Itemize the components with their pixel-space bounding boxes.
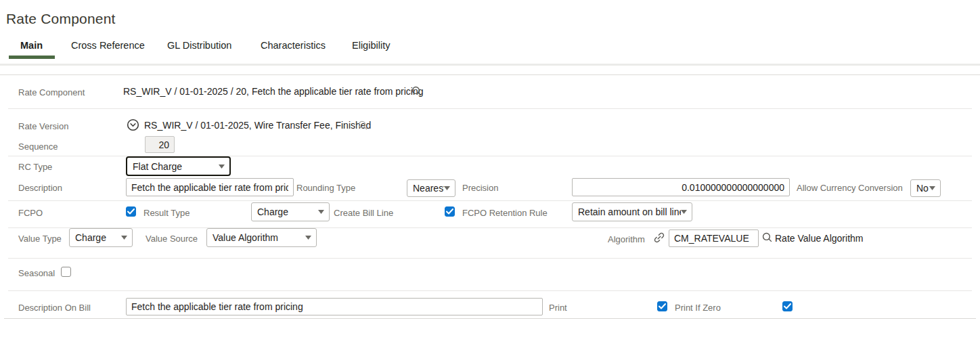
search-icon[interactable]: [357, 120, 368, 131]
description-input[interactable]: [126, 178, 294, 196]
value-source-label: Value Source: [146, 234, 198, 244]
link-icon[interactable]: [652, 231, 666, 244]
row-divider: [8, 200, 972, 201]
search-icon[interactable]: [411, 85, 422, 97]
page-title: Rate Component: [6, 11, 116, 27]
chevron-down-icon: [121, 236, 127, 240]
rc-type-label: RC Type: [18, 162, 52, 172]
result-type-select[interactable]: Charge: [251, 202, 330, 221]
algorithm-input[interactable]: [669, 229, 759, 247]
chevron-down-icon: [929, 186, 935, 190]
value-source-select[interactable]: Value Algorithm: [206, 228, 317, 247]
result-type-label: Result Type: [143, 208, 190, 218]
row-divider: [8, 290, 972, 291]
fcpo-retention-rule-select[interactable]: Retain amount on bill line: [572, 202, 692, 221]
section-top-divider: [0, 74, 980, 75]
description-label: Description: [18, 183, 62, 193]
row-divider: [8, 258, 972, 259]
algorithm-label: Algorithm: [608, 234, 645, 244]
print-checkbox[interactable]: [657, 301, 667, 311]
create-bill-line-checkbox[interactable]: [445, 206, 455, 217]
rate-version-label: Rate Version: [18, 121, 68, 131]
tab-characteristics[interactable]: Characteristics: [261, 40, 326, 51]
allow-currency-conversion-select[interactable]: No: [910, 179, 941, 197]
fcpo-retention-rule-label: FCPO Retention Rule: [462, 208, 548, 218]
chevron-down-icon: [444, 186, 450, 190]
active-tab-indicator: [9, 56, 55, 59]
sequence-label: Sequence: [18, 141, 58, 152]
value-source-value: Value Algorithm: [207, 232, 278, 243]
fcpo-label: FCPO: [18, 208, 43, 218]
print-label: Print: [549, 303, 567, 313]
tabbar-divider: [0, 64, 980, 66]
context-menu-icon[interactable]: [127, 118, 139, 131]
tab-cross-reference[interactable]: Cross Reference: [71, 40, 145, 51]
rate-component-page: Rate Component Main Cross Reference GL D…: [0, 0, 980, 350]
check-icon: [446, 209, 453, 215]
check-icon: [784, 303, 791, 309]
rate-component-value: RS_WIR_V / 01-01-2025 / 20, Fetch the ap…: [123, 86, 424, 97]
tab-main[interactable]: Main: [20, 40, 43, 51]
allow-currency-conversion-label: Allow Currency Conversion: [797, 183, 903, 193]
row-divider: [8, 108, 972, 109]
chevron-down-icon: [681, 210, 687, 214]
description-on-bill-label: Description On Bill: [18, 303, 91, 313]
value-type-label: Value Type: [18, 234, 62, 244]
seasonal-label: Seasonal: [18, 268, 55, 278]
rc-type-value: Flat Charge: [127, 161, 182, 172]
print-if-zero-checkbox[interactable]: [782, 301, 793, 311]
fcpo-retention-rule-value: Retain amount on bill line: [573, 206, 681, 217]
value-type-select[interactable]: Charge: [69, 228, 133, 247]
create-bill-line-label: Create Bill Line: [334, 208, 393, 218]
check-icon: [659, 303, 666, 309]
precision-label: Precision: [462, 183, 498, 193]
bottom-divider: [4, 318, 976, 319]
rounding-type-label: Rounding Type: [296, 183, 355, 193]
value-type-value: Charge: [70, 232, 106, 243]
print-if-zero-label: Print If Zero: [675, 303, 721, 313]
precision-input[interactable]: [572, 178, 790, 196]
rate-version-value: RS_WIR_V / 01-01-2025, Wire Transfer Fee…: [144, 120, 371, 131]
allow-currency-conversion-value: No: [911, 183, 929, 194]
chevron-down-icon: [318, 210, 324, 214]
tab-eligibility[interactable]: Eligibility: [352, 40, 390, 51]
rounding-type-value: Nearest: [407, 183, 444, 194]
chevron-down-icon: [219, 165, 225, 169]
tab-gl-distribution[interactable]: GL Distribution: [167, 40, 231, 51]
rate-component-label: Rate Component: [18, 87, 85, 97]
sequence-input[interactable]: [145, 136, 175, 153]
row-divider: [8, 227, 972, 228]
search-icon[interactable]: [761, 232, 773, 243]
seasonal-checkbox[interactable]: [61, 267, 71, 277]
check-icon: [127, 209, 135, 215]
rc-type-select[interactable]: Flat Charge: [126, 156, 231, 176]
result-type-value: Charge: [252, 206, 288, 217]
fcpo-checkbox[interactable]: [126, 206, 136, 217]
description-on-bill-input[interactable]: [126, 298, 543, 315]
algorithm-description: Rate Value Algorithm: [775, 233, 863, 244]
rounding-type-select[interactable]: Nearest: [407, 179, 455, 197]
chevron-down-icon: [305, 236, 311, 240]
